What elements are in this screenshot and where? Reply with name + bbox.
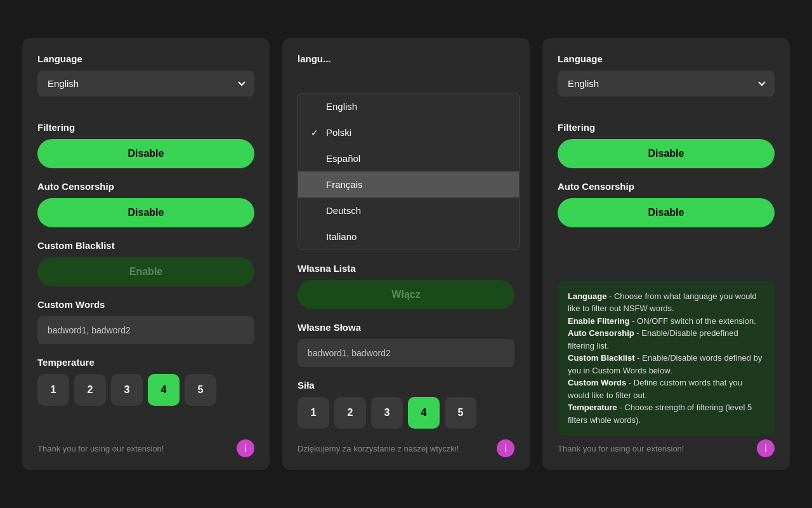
filtering-label-right: Filtering [558, 122, 775, 133]
custom-words-input-left[interactable]: badword1, badword2 [37, 316, 254, 344]
dropdown-item-francais[interactable]: Français [298, 171, 519, 197]
custom-words-section-left: Custom Words badword1, badword2 [37, 299, 254, 344]
filtering-label-left: Filtering [37, 122, 254, 133]
info-btn-right[interactable]: i [757, 439, 775, 457]
language-section-middle: langu... English ✓ Polski Español França… [298, 53, 514, 64]
right-panel: Language English Filtering Disable Auto … [542, 38, 790, 470]
temperature-label-middle: Siła [298, 380, 514, 391]
filtering-btn-left[interactable]: Disable [37, 139, 254, 168]
temp-btn-left-4[interactable]: 4 [148, 374, 180, 406]
filtering-section-left: Filtering Disable [37, 122, 254, 168]
dropdown-label-espanol: Español [326, 153, 360, 164]
auto-censorship-section-left: Auto Censorship Disable [37, 181, 254, 227]
tooltip-temperature: Temperature - Choose strength of filteri… [568, 401, 764, 426]
auto-censorship-section-right: Auto Censorship Disable [558, 181, 775, 227]
dropdown-item-italiano[interactable]: Italiano [298, 224, 519, 250]
tooltip-box: Language - Choose from what language you… [558, 281, 775, 436]
language-section-right: Language English [558, 53, 775, 109]
language-label-middle-partial: langu... [298, 53, 514, 64]
language-dropdown[interactable]: English ✓ Polski Español Français Deutsc… [298, 93, 520, 250]
temp-btn-mid-3[interactable]: 3 [371, 397, 403, 429]
auto-censorship-btn-left[interactable]: Disable [37, 198, 254, 227]
dropdown-label-polski: Polski [326, 127, 351, 138]
tooltip-language-bold: Language [568, 291, 606, 301]
auto-censorship-label-left: Auto Censorship [37, 181, 254, 192]
footer-left: Thank you for using our extension! i [37, 439, 254, 457]
footer-right: Thank you for using our extension! i [558, 439, 775, 457]
custom-blacklist-label-left: Custom Blacklist [37, 240, 254, 251]
temperature-row-left: 1 2 3 4 5 [37, 374, 254, 406]
footer-middle: Dziękujemy za korzystanie z naszej wtycz… [298, 439, 514, 457]
dropdown-item-deutsch[interactable]: Deutsch [298, 197, 519, 224]
dropdown-label-english: English [326, 101, 357, 112]
language-select-right[interactable]: English [558, 70, 775, 97]
tooltip-auto-censorship: Auto Censorship - Enable/Disable predefi… [568, 327, 764, 352]
tooltip-custom-words-bold: Custom Words [568, 378, 626, 387]
check-italiano [311, 232, 321, 242]
temp-btn-mid-2[interactable]: 2 [334, 397, 366, 429]
tooltip-filtering-bold: Enable Filtering [568, 316, 630, 326]
info-btn-middle[interactable]: i [497, 439, 514, 457]
footer-text-left: Thank you for using our extension! [37, 444, 164, 453]
tooltip-custom-words: Custom Words - Define custom words that … [568, 377, 764, 401]
custom-words-label-left: Custom Words [37, 299, 254, 310]
temp-btn-mid-5[interactable]: 5 [445, 397, 476, 429]
check-francais [311, 180, 321, 190]
temp-btn-mid-4[interactable]: 4 [408, 397, 440, 429]
auto-censorship-btn-right[interactable]: Disable [558, 198, 775, 227]
check-espanol [311, 154, 321, 164]
left-panel: Language English Filtering Disable Auto … [22, 38, 270, 470]
dropdown-label-francais: Français [326, 179, 363, 190]
tooltip-custom-blacklist-bold: Custom Blacklist [568, 353, 634, 363]
dropdown-label-deutsch: Deutsch [326, 205, 361, 216]
check-english [311, 102, 321, 112]
custom-blacklist-section-middle: Własna Lista Włącz [298, 263, 514, 309]
custom-blacklist-section-left: Custom Blacklist Enable [37, 240, 254, 286]
custom-words-label-middle: Własne Słowa [298, 322, 514, 333]
middle-panel: langu... English ✓ Polski Español França… [282, 38, 530, 470]
custom-words-input-middle[interactable] [298, 339, 514, 367]
info-btn-left[interactable]: i [237, 439, 254, 457]
filtering-section-right: Filtering Disable [558, 122, 775, 168]
temperature-section-left: Temperature 1 2 3 4 5 [37, 357, 254, 406]
filtering-btn-right[interactable]: Disable [558, 139, 775, 168]
custom-words-section-middle: Własne Słowa [298, 322, 514, 367]
language-label-right: Language [558, 53, 775, 64]
temperature-row-middle: 1 2 3 4 5 [298, 397, 514, 429]
temp-btn-left-1[interactable]: 1 [37, 374, 69, 406]
tooltip-temperature-bold: Temperature [568, 403, 617, 412]
auto-censorship-label-right: Auto Censorship [558, 181, 775, 192]
temp-btn-left-5[interactable]: 5 [185, 374, 216, 406]
language-label-left: Language [37, 53, 254, 64]
dropdown-label-italiano: Italiano [326, 231, 357, 242]
check-deutsch [311, 206, 321, 216]
dropdown-item-espanol[interactable]: Español [298, 145, 519, 171]
dropdown-item-english[interactable]: English [298, 93, 519, 119]
temp-btn-left-3[interactable]: 3 [111, 374, 143, 406]
custom-blacklist-label-middle: Własna Lista [298, 263, 514, 274]
tooltip-language: Language - Choose from what language you… [568, 290, 764, 315]
language-section-left: Language English [37, 53, 254, 109]
tooltip-custom-blacklist: Custom Blacklist - Enable/Disable words … [568, 352, 764, 377]
temperature-label-left: Temperature [37, 357, 254, 368]
footer-text-middle: Dziękujemy za korzystanie z naszej wtycz… [298, 444, 459, 453]
temp-btn-left-2[interactable]: 2 [74, 374, 106, 406]
language-select-left[interactable]: English [37, 70, 254, 97]
tooltip-filtering-desc: - ON/OFF switch of the extension. [630, 316, 756, 326]
tooltip-auto-censorship-bold: Auto Censorship [568, 328, 634, 338]
check-polski: ✓ [311, 128, 321, 138]
temperature-section-middle: Siła 1 2 3 4 5 [298, 380, 514, 429]
tooltip-filtering: Enable Filtering - ON/OFF switch of the … [568, 315, 764, 328]
dropdown-item-polski[interactable]: ✓ Polski [298, 119, 519, 145]
custom-blacklist-btn-middle[interactable]: Włącz [298, 280, 514, 309]
custom-blacklist-btn-left[interactable]: Enable [37, 257, 254, 286]
temp-btn-mid-1[interactable]: 1 [298, 397, 329, 429]
footer-text-right: Thank you for using our extension! [558, 444, 684, 453]
